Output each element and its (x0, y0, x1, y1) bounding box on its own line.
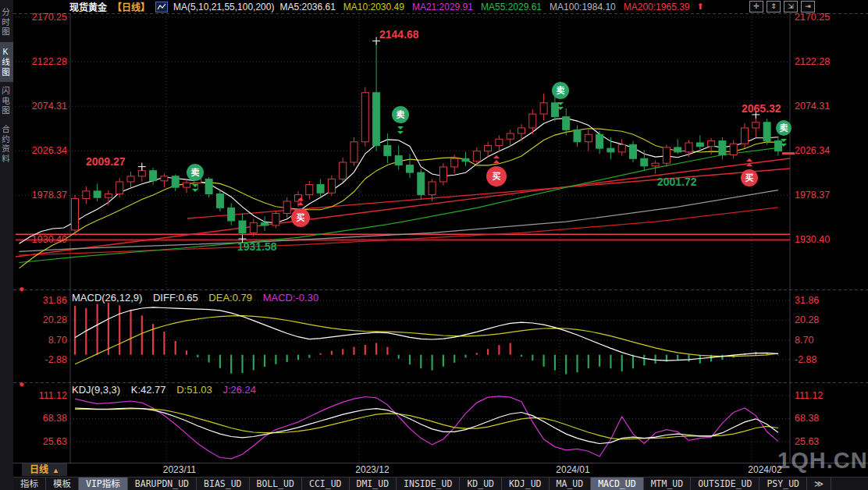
svg-text:2122.28: 2122.28 (795, 56, 830, 67)
macd-macd: MACD:-0.30 (263, 292, 319, 304)
svg-text:卖: 卖 (397, 109, 405, 119)
toolbar-tab[interactable]: BARUPDN_UD (128, 478, 197, 490)
toolbar-tab[interactable]: MACD_UD (591, 478, 643, 490)
svg-text:2170.25: 2170.25 (32, 12, 67, 23)
toolbar-tab[interactable]: MTM_UD (644, 478, 692, 490)
date-axis-row: 日线▲ 2023/112023/122024/012024/02 (13, 463, 868, 477)
price-up-arrow-icon: ⬆ (697, 2, 704, 12)
sidebar-item-2[interactable]: 闪电图 (0, 82, 13, 121)
left-sidebar: 分时图K线图闪电图合约资料 (0, 0, 13, 490)
toolbar-tab[interactable]: DMI_UD (350, 478, 397, 490)
svg-text:2074.31: 2074.31 (795, 101, 830, 112)
ma-header: MA(5,10,21,55,100,200) (173, 2, 274, 12)
svg-text:68.38: 68.38 (795, 413, 819, 424)
panel-borders (13, 14, 868, 463)
macd-panel-title: MACD(26,12,9) DIFF:0.65 DEA:0.79 MACD:-0… (72, 292, 326, 304)
svg-text:8.70: 8.70 (795, 335, 813, 346)
moving-average-lines (20, 119, 778, 268)
toolbar-tab[interactable]: CCI_UD (302, 478, 350, 490)
x-axis-date-label: 2024/01 (556, 464, 589, 475)
axis-labels: 2170.252170.252122.282122.282074.312074.… (32, 12, 830, 447)
svg-text:2001.72: 2001.72 (657, 176, 697, 188)
period-selector[interactable]: 日线▲ (22, 463, 67, 476)
svg-text:111.12: 111.12 (795, 390, 823, 401)
macd-name: MACD(26,12,9) (72, 292, 142, 304)
toolbar-tab[interactable]: ≫ (807, 478, 831, 490)
sell-signal-marker: 卖 (392, 106, 409, 134)
toolbar-tab[interactable]: BOLL_UD (250, 478, 302, 490)
ma-value: MA21:2029.91 (412, 2, 473, 12)
svg-text:31.86: 31.86 (43, 295, 67, 306)
svg-text:2144.68: 2144.68 (379, 28, 419, 41)
y-axis-tool-icon[interactable]: ⇕ (767, 1, 781, 12)
top-bar: 现货黄金 【日线】 MA(5,10,21,55,100,200) MA5:203… (13, 0, 868, 13)
svg-text:25.63: 25.63 (43, 436, 67, 447)
chart-type-icon[interactable] (155, 2, 168, 12)
svg-text:2009.27: 2009.27 (86, 155, 126, 168)
period-label: 【日线】 (112, 0, 150, 13)
svg-text:31.86: 31.86 (795, 295, 819, 306)
svg-text:-2.88: -2.88 (795, 354, 817, 365)
macd-panel (75, 303, 778, 375)
kdj-panel-handle-icon[interactable]: ✹ (19, 381, 25, 389)
kdj-k: K:42.77 (131, 384, 166, 396)
price-chart-svg[interactable]: 卖卖卖卖买买买2009.272144.681931.582001.722065.… (0, 0, 868, 490)
toolbar-tab[interactable]: 模板 (46, 478, 79, 490)
svg-text:2026.34: 2026.34 (32, 145, 67, 156)
svg-text:2065.32: 2065.32 (742, 102, 781, 115)
ma-value: MA5:2036.61 (279, 2, 335, 12)
kdj-d: D:51.03 (176, 384, 212, 396)
svg-text:25.63: 25.63 (795, 436, 819, 447)
period-selector-arrow-icon: ▲ (52, 467, 59, 474)
candlesticks (72, 37, 795, 243)
svg-text:20.28: 20.28 (43, 314, 67, 325)
toolbar-tab[interactable]: PSY_UD (760, 478, 807, 490)
x-axis-date-label: 2023/12 (355, 464, 389, 475)
buy-signal-marker: 买 (291, 197, 310, 227)
svg-text:2074.31: 2074.31 (32, 101, 67, 112)
sidebar-item-1[interactable]: K线图 (0, 42, 13, 82)
macd-panel-handle-icon[interactable]: ✹ (19, 286, 25, 293)
toolbar-tab[interactable]: BIAS_UD (197, 478, 249, 490)
sidebar-item-0[interactable]: 分时图 (0, 3, 13, 42)
toolbar-tab[interactable]: KD_UD (460, 478, 502, 490)
svg-text:卖: 卖 (191, 167, 200, 177)
kdj-name: KDJ(9,3,3) (72, 384, 120, 396)
svg-text:2170.25: 2170.25 (795, 12, 830, 23)
svg-text:1930.40: 1930.40 (32, 234, 67, 245)
kdj-j: J:26.24 (222, 384, 256, 396)
period-selector-label: 日线 (30, 464, 48, 475)
toolbar-tab[interactable]: KDJ_UD (502, 478, 550, 490)
watermark: 1QH.CN (777, 448, 868, 474)
ma-value: MA200:1965.39 (624, 2, 690, 12)
x-axis-tool-icon[interactable]: ⇥ (801, 1, 815, 12)
svg-text:买: 买 (745, 173, 754, 183)
svg-text:买: 买 (297, 213, 305, 222)
buy-signal-marker: 买 (486, 155, 507, 186)
sidebar-item-3[interactable]: 合约资料 (0, 120, 13, 169)
toolbar-tab[interactable]: OUTSIDE_UD (691, 478, 760, 490)
svg-text:1978.37: 1978.37 (32, 190, 67, 201)
svg-text:8.70: 8.70 (48, 335, 67, 346)
x-axis-date-label: 2023/11 (163, 464, 197, 475)
toolbar-tab[interactable]: INSIDE_UD (397, 478, 460, 490)
macd-dea: DEA:0.79 (208, 292, 252, 304)
toolbar-tab[interactable]: 指标 (13, 478, 46, 490)
svg-text:68.38: 68.38 (43, 413, 67, 424)
ma-value: MA10:2030.49 (343, 2, 404, 12)
svg-text:1978.37: 1978.37 (795, 190, 830, 201)
svg-text:2026.34: 2026.34 (795, 145, 830, 156)
crosshair-icon[interactable]: ✛ (749, 1, 763, 12)
svg-text:1930.40: 1930.40 (795, 234, 830, 245)
svg-text:2122.28: 2122.28 (32, 56, 67, 67)
chart-tool-icons: ✛⇕⇲⇥ (749, 1, 815, 12)
macd-diff: DIFF:0.65 (153, 292, 198, 304)
toolbar-tab[interactable]: MA_UD (550, 478, 592, 490)
symbol-name: 现货黄金 (69, 0, 107, 13)
kdj-panel (75, 396, 778, 459)
svg-text:卖: 卖 (780, 123, 788, 133)
toolbar-tab[interactable]: VIP指标 (79, 478, 128, 490)
svg-text:-2.88: -2.88 (45, 354, 68, 365)
ma-value: MA100:1984.10 (550, 2, 616, 12)
zoom-tool-icon[interactable]: ⇲ (784, 1, 798, 12)
